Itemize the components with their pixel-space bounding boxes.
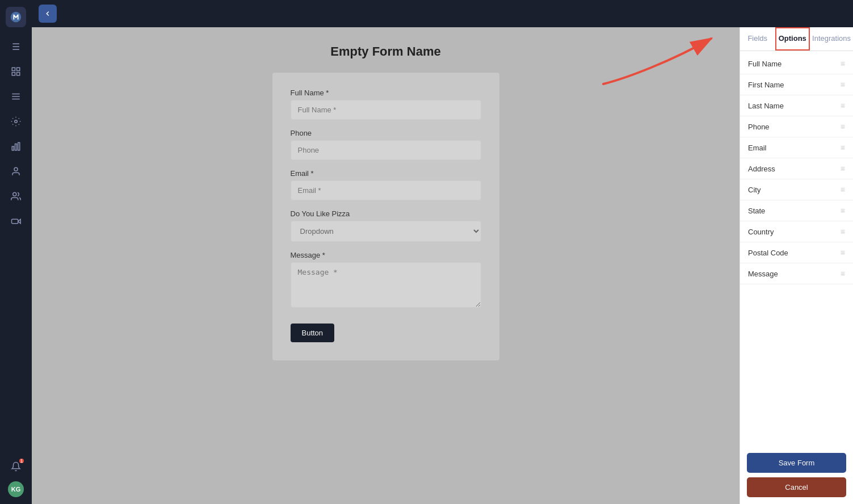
sidebar: ☰ 1 KG <box>0 0 32 504</box>
app-logo[interactable] <box>6 7 26 27</box>
list-item[interactable]: Address ≡ <box>740 158 853 179</box>
notification-badge: 1 <box>19 459 24 463</box>
pizza-field-group: Do You Like Pizza Dropdown <box>291 209 481 242</box>
phone-field-group: Phone <box>291 129 481 160</box>
field-label: Postal Code <box>748 249 788 257</box>
drag-icon: ≡ <box>841 164 845 173</box>
content-wrapper: Empty Form Name Full Name * Phone Email … <box>32 27 853 504</box>
panel-buttons: Save Form Cancel <box>740 446 853 504</box>
users-icon[interactable] <box>6 161 26 182</box>
tab-options[interactable]: Options <box>775 27 810 51</box>
email-field-group: Email * <box>291 169 481 200</box>
list-item[interactable]: First Name ≡ <box>740 74 853 95</box>
video-icon[interactable] <box>6 211 26 232</box>
main-area: Empty Form Name Full Name * Phone Email … <box>32 0 853 504</box>
svg-rect-1 <box>12 68 15 70</box>
list-item[interactable]: State ≡ <box>740 200 853 221</box>
panel-tabs: Fields Options Integrations <box>740 27 853 51</box>
field-label: Email <box>748 144 767 152</box>
tab-fields[interactable]: Fields <box>740 27 775 51</box>
message-textarea[interactable] <box>291 262 481 308</box>
list-item[interactable]: Country ≡ <box>740 221 853 242</box>
field-label: Last Name <box>748 102 784 110</box>
svg-point-12 <box>14 167 18 171</box>
list-item[interactable]: City ≡ <box>740 179 853 200</box>
save-form-button[interactable]: Save Form <box>747 453 846 473</box>
phone-input[interactable] <box>291 140 481 160</box>
form-title: Empty Form Name <box>330 44 440 59</box>
svg-rect-2 <box>17 68 20 70</box>
drag-icon: ≡ <box>841 248 845 257</box>
svg-rect-10 <box>15 144 17 150</box>
full-name-input[interactable] <box>291 100 481 120</box>
dashboard-icon[interactable] <box>6 61 26 82</box>
message-field-group: Message * <box>291 251 481 310</box>
drag-icon: ≡ <box>841 269 845 278</box>
fields-list: Full Name ≡ First Name ≡ Last Name ≡ Pho… <box>740 51 853 446</box>
avatar[interactable]: KG <box>8 481 24 497</box>
form-canvas: Empty Form Name Full Name * Phone Email … <box>32 27 739 504</box>
form-container: Full Name * Phone Email * Do You Like Pi… <box>272 73 499 360</box>
notifications-icon[interactable]: 1 <box>6 456 26 477</box>
svg-rect-3 <box>12 73 15 75</box>
field-label: First Name <box>748 81 784 89</box>
settings-icon[interactable] <box>6 111 26 132</box>
full-name-label: Full Name * <box>291 89 481 97</box>
drag-icon: ≡ <box>841 80 845 89</box>
field-label: Address <box>748 165 775 173</box>
field-label: Phone <box>748 123 770 131</box>
svg-rect-11 <box>18 142 20 150</box>
chart-icon[interactable] <box>6 136 26 157</box>
field-label: Full Name <box>748 60 781 68</box>
menu-icon[interactable]: ☰ <box>6 36 26 57</box>
topbar <box>32 0 853 27</box>
field-label: Message <box>748 270 778 278</box>
svg-rect-14 <box>12 219 18 224</box>
message-label: Message * <box>291 251 481 259</box>
field-label: City <box>748 186 760 194</box>
email-input[interactable] <box>291 180 481 200</box>
back-button[interactable] <box>39 5 57 23</box>
pizza-label: Do You Like Pizza <box>291 209 481 218</box>
drag-icon: ≡ <box>841 185 845 194</box>
country-field-label: Country <box>748 228 774 236</box>
drag-icon: ≡ <box>841 122 845 131</box>
list-item[interactable]: Email ≡ <box>740 137 853 158</box>
svg-rect-4 <box>17 73 20 75</box>
drag-icon: ≡ <box>841 101 845 110</box>
full-name-field-group: Full Name * <box>291 89 481 120</box>
svg-point-8 <box>15 120 18 123</box>
right-panel: Fields Options Integrations Full Name ≡ … <box>739 27 853 504</box>
drag-icon: ≡ <box>841 59 845 68</box>
list-icon[interactable] <box>6 86 26 107</box>
list-item[interactable]: Full Name ≡ <box>740 53 853 74</box>
field-label: State <box>748 207 765 215</box>
drag-icon: ≡ <box>841 143 845 152</box>
team-icon[interactable] <box>6 186 26 207</box>
pizza-select[interactable]: Dropdown <box>291 221 481 242</box>
tab-integrations[interactable]: Integrations <box>810 27 853 51</box>
cancel-button[interactable]: Cancel <box>747 477 846 497</box>
form-submit-button[interactable]: Button <box>291 324 335 342</box>
drag-icon: ≡ <box>841 206 845 215</box>
list-item[interactable]: Message ≡ <box>740 263 853 284</box>
phone-label: Phone <box>291 129 481 137</box>
list-item[interactable]: Last Name ≡ <box>740 95 853 116</box>
svg-rect-9 <box>12 146 14 150</box>
drag-icon: ≡ <box>841 227 845 236</box>
list-item[interactable]: Phone ≡ <box>740 116 853 137</box>
email-label: Email * <box>291 169 481 178</box>
svg-point-13 <box>13 192 16 196</box>
list-item[interactable]: Postal Code ≡ <box>740 242 853 263</box>
